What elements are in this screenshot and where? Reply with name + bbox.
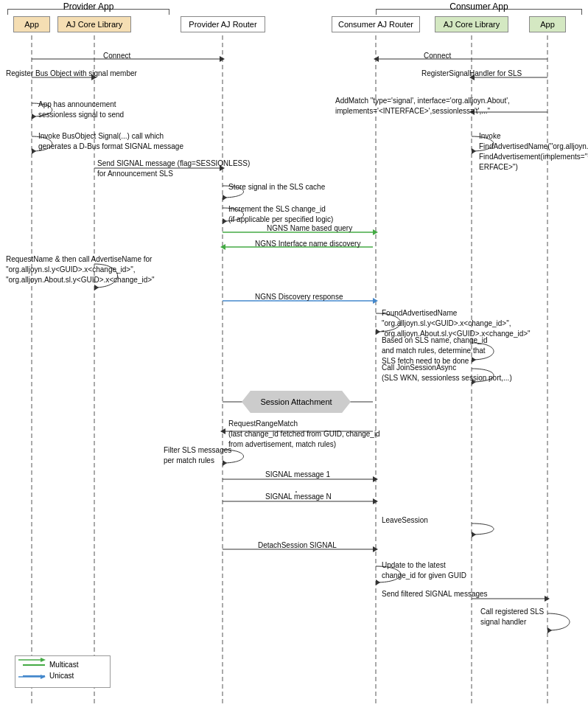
consumer-group-label: Consumer App	[376, 1, 582, 12]
participant-ajcore1: AJ Core Library	[57, 16, 131, 32]
msg-invoke-find: InvokeFindAdvertisedName("org.alljoyn.sl…	[479, 131, 588, 173]
msg-invoke-busobject: Invoke BusObject Signal(...) call whichg…	[38, 131, 183, 152]
msg-request-range: RequestRangeMatch(last change_id fetched…	[228, 419, 380, 450]
msg-register-signal: RegisterSignalHandler for SLS	[421, 69, 522, 77]
participant-consumer-router: Consumer AJ Router	[332, 16, 420, 32]
svg-marker-22	[223, 218, 227, 224]
msg-connect-consumer: Connect	[424, 52, 451, 60]
msg-filter-sls: Filter SLS messagesper match rules	[164, 445, 231, 466]
svg-marker-45	[376, 580, 380, 585]
msg-store-signal: Store signal in the SLS cache	[228, 183, 325, 191]
msg-app-announcement: App has announcementsessionless signal t…	[38, 100, 124, 120]
msg-register-bus: Register Bus Object with signal member	[6, 69, 137, 77]
svg-marker-36	[220, 428, 225, 434]
participant-app1: App	[13, 16, 50, 32]
participant-app2: App	[529, 16, 566, 32]
svg-marker-14	[32, 114, 36, 119]
svg-marker-41	[373, 498, 378, 504]
msg-send-filtered: Send filtered SIGNAL messages	[382, 590, 488, 598]
svg-marker-47	[545, 596, 550, 602]
provider-group-label: Provider App	[7, 1, 169, 12]
msg-update-changeid: Update to the latestchange_id for given …	[382, 560, 466, 581]
legend: Multicast Unicast	[15, 655, 111, 688]
participant-ajcore2: AJ Core Library	[435, 16, 508, 32]
msg-ngns-interface: NGNS Interface name discovery	[255, 240, 360, 248]
svg-marker-39	[373, 476, 378, 482]
svg-marker-18	[472, 148, 476, 154]
legend-multicast: Multicast	[23, 661, 102, 669]
msg-signal-1: SIGNAL message 1	[265, 470, 330, 478]
svg-marker-24	[373, 229, 378, 235]
msg-connect-provider: Connect	[103, 52, 130, 60]
svg-marker-29	[373, 298, 378, 304]
msg-ngns-discovery: NGNS Discovery response	[255, 293, 343, 301]
msg-signal-n: SIGNAL message N	[265, 493, 332, 501]
diagram-container: Provider App Consumer App App AJ Core Li…	[0, 0, 588, 710]
msg-join-session: Call JoinSessionAsync(SLS WKN, sessionle…	[382, 363, 512, 383]
msg-addmatch: AddMatch "type='signal', interface='org.…	[335, 96, 510, 116]
msg-leave-session: LeaveSession	[382, 516, 428, 524]
legend-unicast: Unicast	[23, 672, 102, 680]
msg-send-signal: Send SIGNAL message (flag=SESSIONLESS)fo…	[97, 159, 250, 179]
msg-increment-sls: Increment the SLS change_id(if applicabl…	[228, 204, 333, 225]
svg-marker-30	[376, 329, 380, 335]
svg-marker-44	[373, 546, 378, 552]
svg-marker-17	[32, 148, 36, 154]
svg-marker-48	[547, 627, 552, 633]
participant-provider-router: Provider AJ Router	[181, 16, 265, 32]
svg-marker-26	[220, 244, 225, 250]
msg-requestname: RequestName & then call AdvertiseName fo…	[6, 254, 155, 285]
svg-marker-21	[223, 195, 227, 201]
svg-marker-42	[472, 532, 476, 537]
msg-based-on-sls: Based on SLS name, change_idand match ru…	[382, 335, 487, 366]
svg-marker-27	[94, 285, 99, 290]
svg-marker-9	[374, 56, 379, 62]
msg-detach-session: DetachSession SIGNAL	[258, 541, 337, 549]
svg-marker-7	[220, 56, 225, 62]
msg-call-sls-handler: Call registered SLSsignal handler	[480, 607, 544, 627]
msg-ngns-query: NGNS Name based query	[267, 224, 352, 232]
msg-found-advertised: FoundAdvertisedName"org.alljoyn.sl.y<GUI…	[382, 308, 531, 339]
session-attachment-shape: Session Attachment	[242, 391, 351, 413]
